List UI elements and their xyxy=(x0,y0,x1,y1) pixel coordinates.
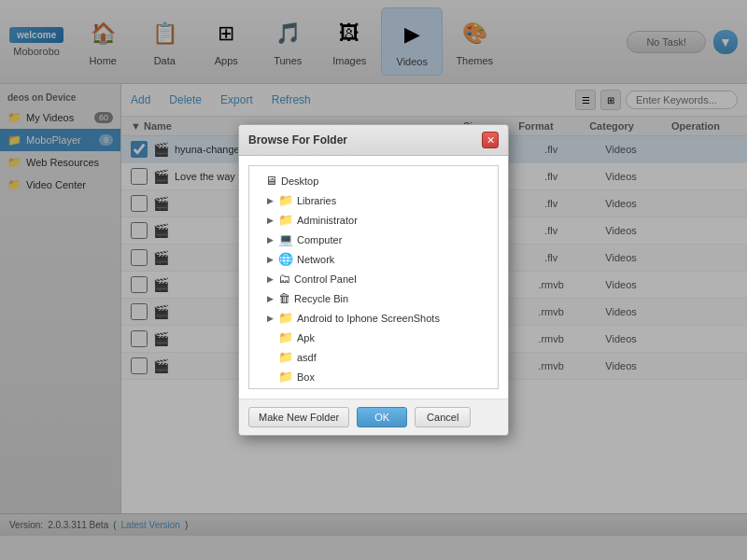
tree-folder-icon: 📁 xyxy=(278,193,293,207)
tree-item[interactable]: ▶ 🗑Recycle Bin xyxy=(254,288,493,308)
tree-item[interactable]: ▶ 📁Libraries xyxy=(254,190,493,210)
modal-overlay: Browse For Folder ✕ 🖥Desktop▶ 📁Libraries… xyxy=(0,0,747,560)
tree-arrow: ▶ xyxy=(267,294,278,303)
tree-arrow: ▶ xyxy=(267,314,278,323)
tree-folder-icon: 📁 xyxy=(278,350,293,364)
modal-title: Browse For Folder xyxy=(248,133,347,147)
tree-item-label: Computer xyxy=(297,234,342,245)
tree-item[interactable]: 🖥Desktop xyxy=(254,171,493,190)
tree-folder-icon: 🗂 xyxy=(278,272,290,286)
modal-body: 🖥Desktop▶ 📁Libraries▶ 📁Administrator▶ 💻C… xyxy=(239,156,508,399)
tree-item[interactable]: ▶ 🗂Control Panel xyxy=(254,269,493,288)
ok-button[interactable]: OK xyxy=(357,407,407,427)
tree-folder-icon: 💻 xyxy=(278,232,293,246)
tree-item-label: Desktop xyxy=(281,175,318,187)
tree-folder-icon: 📁 xyxy=(278,311,293,325)
tree-item[interactable]: ▶ 📁Administrator xyxy=(254,210,493,230)
modal-footer: Make New Folder OK Cancel xyxy=(239,399,508,435)
tree-arrow: ▶ xyxy=(267,216,278,225)
modal-close-button[interactable]: ✕ xyxy=(482,132,499,148)
tree-item-label: Apk xyxy=(297,332,315,343)
tree-item-label: Libraries xyxy=(297,195,336,206)
tree-folder-icon: 🖥 xyxy=(265,174,277,188)
tree-folder-icon: 📁 xyxy=(278,330,293,344)
tree-item-label: Control Panel xyxy=(294,273,357,285)
tree-folder-icon: 🗑 xyxy=(278,291,290,305)
tree-item-label: asdf xyxy=(297,352,317,363)
tree-folder-icon: 📁 xyxy=(278,370,293,384)
tree-item-label: Box xyxy=(297,371,315,383)
tree-folder-icon: 🌐 xyxy=(278,252,293,266)
modal-titlebar: Browse For Folder ✕ xyxy=(239,125,508,156)
cancel-button[interactable]: Cancel xyxy=(415,407,471,427)
tree-arrow: ▶ xyxy=(267,196,278,205)
tree-item-label: Recycle Bin xyxy=(294,293,348,304)
browse-folder-modal: Browse For Folder ✕ 🖥Desktop▶ 📁Libraries… xyxy=(238,124,509,436)
tree-arrow: ▶ xyxy=(267,274,278,284)
tree-item[interactable]: 📁asdf xyxy=(254,347,493,367)
tree-item-label: Android to Iphone ScreenShots xyxy=(297,313,440,324)
tree-arrow: ▶ xyxy=(267,255,278,264)
tree-item-label: Administrator xyxy=(297,215,358,226)
tree-item-label: Network xyxy=(297,254,334,265)
tree-folder-icon: 📁 xyxy=(278,213,293,227)
folder-tree[interactable]: 🖥Desktop▶ 📁Libraries▶ 📁Administrator▶ 💻C… xyxy=(248,165,499,389)
new-folder-button[interactable]: Make New Folder xyxy=(248,407,349,427)
tree-item[interactable]: ▶ 📁Android to Iphone ScreenShots xyxy=(254,308,493,328)
tree-item[interactable]: 📁Box xyxy=(254,367,493,386)
tree-item[interactable]: 📁Apk xyxy=(254,328,493,347)
tree-item[interactable]: ▶ 🌐Network xyxy=(254,249,493,269)
tree-arrow: ▶ xyxy=(267,235,278,245)
tree-item[interactable]: ▶ 💻Computer xyxy=(254,230,493,249)
